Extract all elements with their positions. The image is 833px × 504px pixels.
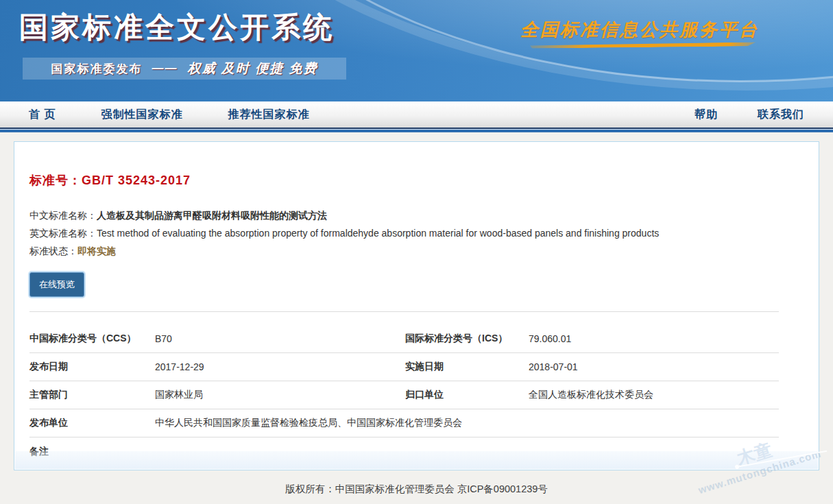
table-value-issuing-unit: 中华人民共和国国家质量监督检验检疫总局、中国国家标准化管理委员会 [155, 417, 779, 429]
platform-underline-decoration [530, 42, 756, 48]
nav-item-help[interactable]: 帮助 [695, 108, 718, 122]
chinese-name-label: 中文标准名称： [29, 210, 97, 221]
site-header: 国家标准全文公开系统 国家标准委发布 —— 权威 及时 便捷 免费 全国标准信息… [0, 0, 833, 101]
nav-item-contact-us[interactable]: 联系我们 [758, 108, 804, 122]
table-label-competent-dept: 主管部门 [29, 389, 155, 401]
status-badge: 即将实施 [77, 245, 116, 256]
standard-info-table: 中国标准分类号（CCS） B70 国际标准分类号（ICS） 79.060.01 … [29, 325, 779, 466]
table-value-implement-date: 2018-07-01 [529, 361, 779, 372]
main-navigation: 首 页 强制性国家标准 推荐性国家标准 帮助 联系我们 [0, 101, 833, 129]
chinese-name-value: 人造板及其制品游离甲醛吸附材料吸附性能的测试方法 [97, 210, 327, 221]
table-label-issuing-unit: 发布单位 [29, 417, 155, 429]
table-value-ccs: B70 [155, 333, 405, 344]
nav-item-recommended-standards[interactable]: 推荐性国家标准 [228, 108, 309, 122]
table-label-implement-date: 实施日期 [405, 361, 529, 373]
status-line: 标准状态：即将实施 [29, 242, 779, 260]
table-value-ics: 79.060.01 [529, 333, 779, 344]
table-label-publish-date: 发布日期 [29, 361, 155, 373]
online-preview-button[interactable]: 在线预览 [29, 272, 84, 297]
table-row: 备注 [29, 437, 779, 466]
standard-number-line: 标准号：GB/T 35243-2017 [29, 172, 779, 189]
table-label-remarks: 备注 [29, 446, 155, 458]
table-value-centralized-unit: 全国人造板标准化技术委员会 [529, 389, 779, 401]
publisher-banner: 国家标准委发布 —— 权威 及时 便捷 免费 [23, 58, 346, 80]
status-label: 标准状态： [29, 245, 77, 256]
chinese-name-line: 中文标准名称：人造板及其制品游离甲醛吸附材料吸附性能的测试方法 [29, 206, 779, 224]
english-name-label: 英文标准名称： [29, 228, 97, 239]
table-label-ics: 国际标准分类号（ICS） [405, 333, 529, 345]
table-value-publish-date: 2017-12-29 [155, 361, 405, 372]
table-row: 主管部门 国家林业局 归口单位 全国人造板标准化技术委员会 [29, 381, 779, 409]
standard-detail-card: 标准号：GB/T 35243-2017 中文标准名称：人造板及其制品游离甲醛吸附… [14, 141, 819, 470]
table-label-ccs: 中国标准分类号（CCS） [29, 333, 155, 345]
nav-blue-bar [0, 130, 833, 132]
publisher-dash: —— [152, 62, 178, 75]
nav-item-mandatory-standards[interactable]: 强制性国家标准 [101, 108, 182, 122]
standard-number-label: 标准号： [29, 173, 82, 187]
standard-number-value: GB/T 35243-2017 [82, 173, 191, 187]
section-divider [29, 311, 779, 312]
site-title: 国家标准全文公开系统 [19, 8, 335, 47]
english-name-value: Test method of evaluating the absorption… [97, 228, 659, 239]
table-row: 发布日期 2017-12-29 实施日期 2018-07-01 [29, 353, 779, 381]
nav-item-home[interactable]: 首 页 [29, 108, 56, 122]
table-row: 发布单位 中华人民共和国国家质量监督检验检疫总局、中国国家标准化管理委员会 [29, 409, 779, 437]
page-footer: 版权所有：中国国家标准化管理委员会 京ICP备09001239号 [0, 470, 833, 496]
copyright-text: 版权所有：中国国家标准化管理委员会 京ICP备09001239号 [285, 483, 548, 494]
table-row: 中国标准分类号（CCS） B70 国际标准分类号（ICS） 79.060.01 [29, 325, 779, 353]
platform-logo-text: 全国标准信息公共服务平台 [520, 18, 759, 42]
publisher-label: 国家标准委发布 [51, 61, 143, 77]
english-name-line: 英文标准名称：Test method of evaluating the abs… [29, 224, 779, 242]
table-value-competent-dept: 国家林业局 [155, 389, 405, 401]
table-label-centralized-unit: 归口单位 [405, 389, 529, 401]
slogan-text: 权威 及时 便捷 免费 [188, 60, 318, 77]
